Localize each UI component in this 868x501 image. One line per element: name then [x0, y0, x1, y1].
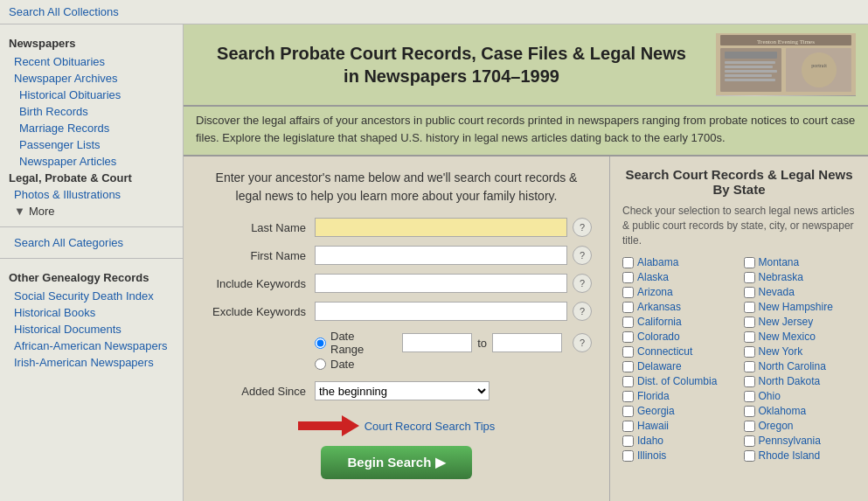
state-link-new-hampshire[interactable]: New Hampshire	[759, 301, 833, 313]
first-name-help[interactable]: ?	[573, 246, 592, 265]
state-link-delaware[interactable]: Delaware	[637, 360, 682, 372]
state-checkbox-rhode-island[interactable]	[744, 450, 755, 462]
state-checkbox-florida[interactable]	[622, 391, 634, 402]
state-link-new-mexico[interactable]: New Mexico	[759, 331, 816, 343]
state-checkbox-ohio[interactable]	[744, 391, 755, 402]
first-name-input[interactable]	[315, 246, 567, 265]
state-checkbox-arkansas[interactable]	[622, 302, 634, 313]
sidebar-item-newspaper-archives[interactable]: Newspaper Archives	[0, 70, 183, 87]
sidebar-item-ssdi[interactable]: Social Security Death Index	[0, 288, 183, 304]
state-checkbox-montana[interactable]	[744, 257, 755, 268]
state-item-florida: Florida	[622, 390, 735, 402]
state-checkbox-illinois[interactable]	[622, 450, 634, 462]
state-link-arizona[interactable]: Arizona	[637, 286, 673, 298]
state-link-montana[interactable]: Montana	[759, 256, 800, 268]
date-single-radio[interactable]	[315, 358, 326, 370]
include-keywords-help[interactable]: ?	[573, 274, 592, 293]
begin-search-button[interactable]: Begin Search ▶	[321, 446, 471, 479]
sidebar-item-historical-books[interactable]: Historical Books	[0, 304, 183, 321]
state-panel-desc: Check your selection to search legal new…	[622, 204, 856, 247]
state-checkbox-pennsylvania[interactable]	[744, 435, 755, 447]
state-link-dc[interactable]: Dist. of Columbia	[637, 375, 717, 387]
date-range-from[interactable]	[402, 333, 472, 352]
state-link-florida[interactable]: Florida	[637, 390, 670, 402]
state-checkbox-new-hampshire[interactable]	[744, 302, 755, 313]
state-link-idaho[interactable]: Idaho	[637, 435, 663, 447]
state-link-alabama[interactable]: Alabama	[637, 256, 678, 268]
exclude-keywords-input[interactable]	[315, 302, 567, 321]
state-link-colorado[interactable]: Colorado	[637, 331, 680, 343]
state-link-new-york[interactable]: New York	[759, 345, 803, 358]
state-link-oklahoma[interactable]: Oklahoma	[759, 405, 807, 417]
state-checkbox-hawaii[interactable]	[622, 421, 634, 432]
state-link-ohio[interactable]: Ohio	[759, 390, 781, 402]
state-link-new-jersey[interactable]: New Jersey	[759, 316, 814, 328]
sidebar-item-african-american[interactable]: African-American Newspapers	[0, 337, 183, 354]
state-link-arkansas[interactable]: Arkansas	[637, 301, 681, 313]
more-button[interactable]: ▼ More	[0, 203, 183, 219]
state-checkbox-oregon[interactable]	[744, 421, 755, 432]
sidebar-item-marriage-records[interactable]: Marriage Records	[0, 120, 183, 136]
state-checkbox-alaska[interactable]	[622, 272, 634, 283]
sidebar-item-birth-records[interactable]: Birth Records	[0, 103, 183, 120]
court-tips-link[interactable]: Court Record Search Tips	[365, 420, 496, 433]
state-checkbox-nebraska[interactable]	[744, 272, 755, 283]
date-help[interactable]: ?	[573, 333, 592, 352]
state-panel: Search Court Records & Legal News By Sta…	[610, 157, 868, 501]
state-link-alaska[interactable]: Alaska	[637, 271, 669, 283]
triangle-icon: ▼	[14, 205, 25, 218]
state-checkbox-north-dakota[interactable]	[744, 376, 755, 387]
state-link-california[interactable]: California	[637, 316, 682, 328]
state-checkbox-new-jersey[interactable]	[744, 317, 755, 328]
red-arrow-icon	[298, 413, 359, 439]
state-checkbox-colorado[interactable]	[622, 331, 634, 343]
sidebar: Newspapers Recent Obituaries Newspaper A…	[0, 24, 184, 501]
state-link-pennsylvania[interactable]: Pennsylvania	[759, 435, 821, 447]
state-checkbox-new-mexico[interactable]	[744, 331, 755, 343]
state-link-connecticut[interactable]: Connecticut	[637, 345, 692, 358]
state-item-idaho: Idaho	[622, 435, 735, 447]
state-link-hawaii[interactable]: Hawaii	[637, 420, 669, 432]
include-keywords-input[interactable]	[315, 274, 567, 293]
state-checkbox-alabama[interactable]	[622, 257, 634, 268]
newspaper-placeholder: Trenton Evening Times portrait	[716, 33, 856, 96]
state-item-oregon: Oregon	[744, 420, 857, 432]
state-checkbox-delaware[interactable]	[622, 361, 634, 372]
sidebar-item-historical-documents[interactable]: Historical Documents	[0, 321, 183, 337]
state-link-north-carolina[interactable]: North Carolina	[759, 360, 826, 372]
state-link-nebraska[interactable]: Nebraska	[759, 271, 803, 283]
state-link-nevada[interactable]: Nevada	[759, 286, 795, 298]
state-link-georgia[interactable]: Georgia	[637, 405, 675, 417]
state-link-north-dakota[interactable]: North Dakota	[759, 375, 821, 387]
last-name-input[interactable]	[315, 218, 567, 237]
state-checkbox-idaho[interactable]	[622, 435, 634, 447]
state-link-rhode-island[interactable]: Rhode Island	[759, 449, 821, 462]
state-checkbox-new-york[interactable]	[744, 346, 755, 358]
sidebar-item-photos[interactable]: Photos & Illustrations	[0, 186, 183, 203]
state-checkbox-oklahoma[interactable]	[744, 406, 755, 417]
state-checkbox-georgia[interactable]	[622, 406, 634, 417]
date-range-radio[interactable]	[315, 337, 326, 349]
date-range-to[interactable]	[492, 333, 562, 352]
sidebar-item-irish-american[interactable]: Irish-American Newspapers	[0, 354, 183, 371]
search-all-collections-link[interactable]: Search All Collections	[9, 5, 119, 18]
state-checkbox-connecticut[interactable]	[622, 346, 634, 358]
state-checkbox-nevada[interactable]	[744, 287, 755, 298]
state-checkbox-arizona[interactable]	[622, 287, 634, 298]
sidebar-item-historical-obituaries[interactable]: Historical Obituaries	[0, 87, 183, 103]
sidebar-item-recent-obituaries[interactable]: Recent Obituaries	[0, 53, 183, 70]
state-checkbox-dc[interactable]	[622, 376, 634, 387]
state-checkbox-california[interactable]	[622, 317, 634, 328]
state-item-pennsylvania: Pennsylvania	[744, 435, 857, 447]
added-since-select[interactable]: the beginning last week last month last …	[315, 381, 490, 400]
exclude-keywords-help[interactable]: ?	[573, 302, 592, 321]
last-name-help[interactable]: ?	[573, 218, 592, 237]
sidebar-item-newspaper-articles[interactable]: Newspaper Articles	[0, 153, 183, 170]
state-link-oregon[interactable]: Oregon	[759, 420, 794, 432]
sidebar-item-legal[interactable]: Legal, Probate & Court	[0, 170, 183, 186]
state-checkbox-north-carolina[interactable]	[744, 361, 755, 372]
state-link-illinois[interactable]: Illinois	[637, 449, 666, 462]
sidebar-item-search-categories[interactable]: Search All Categories	[0, 234, 183, 251]
date-option-single: Date	[315, 358, 592, 371]
sidebar-item-passenger-lists[interactable]: Passenger Lists	[0, 136, 183, 153]
